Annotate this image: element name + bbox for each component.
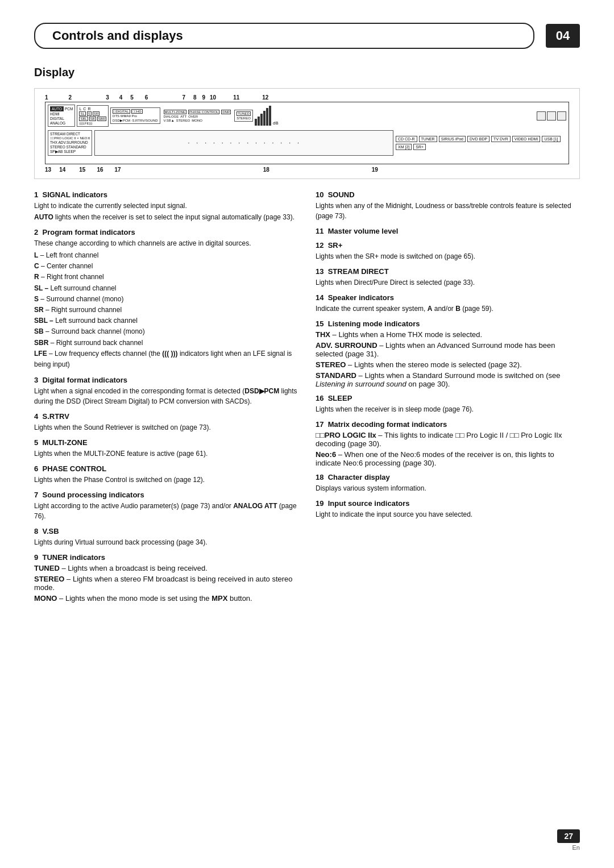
prog-SR: SR — [93, 111, 99, 116]
sp-ab-row: SP▶AB SLEEP — [50, 149, 90, 154]
prog-row2: SL S SR — [79, 111, 106, 116]
tuned-term: TUNED — [34, 564, 60, 572]
prog-row1: L C R — [79, 107, 106, 111]
entry-4-num: 4 — [34, 412, 38, 421]
prog-SR-item: SR – Right surround channel — [34, 305, 298, 315]
entry-4: 4 S.RTRV Lights when the Sound Retriever… — [34, 412, 298, 433]
page-language: En — [572, 844, 580, 851]
entry-18-num: 18 — [316, 473, 323, 481]
char-display-text: · · · · · · · · · · · · · · — [187, 140, 301, 146]
hdmi-label: HDMI — [50, 112, 60, 116]
mpx-label: MPX — [211, 594, 227, 603]
entry-1: 1 SIGNAL indicators Light to indicate th… — [34, 190, 298, 222]
entry-1-body: Light to indicate the currently selected… — [34, 201, 298, 211]
entry-6-body: Lights when the Phase Control is switche… — [34, 475, 298, 485]
signal-row3: DIGITAL — [50, 117, 73, 121]
entry-1-title: 1 SIGNAL indicators — [34, 190, 298, 199]
entry-6-num: 6 — [34, 464, 38, 473]
vol-bar-2 — [258, 117, 260, 126]
stream-block: STREAM DIRECT □□PRO LOGIC II × NEO:6 THX… — [48, 130, 92, 156]
src-sq-3 — [557, 111, 566, 121]
src-cd: CD CD-R — [396, 136, 417, 142]
standard-page: on page 30). — [406, 380, 450, 388]
sp-ab-ind: SP▶AB SLEEP — [50, 149, 76, 154]
prog-L: L — [79, 107, 81, 111]
zone-row2: DIALOGE ATT OVER — [164, 115, 231, 118]
diag-num-13: 13 — [45, 167, 51, 173]
entry-15-title: 15 Listening mode indicators — [316, 319, 580, 328]
tuned-desc: – Lights when a broadcast is being recei… — [60, 564, 208, 572]
att-ind: ATT — [180, 115, 186, 118]
entry-15-num: 15 — [316, 319, 323, 328]
prog-SBR: SBR — [97, 117, 106, 121]
zone-phase-block: MULTI-ZONE PHASE CONTROL DNR DIALOGE ATT… — [162, 109, 233, 123]
content-columns: 1 SIGNAL indicators Light to indicate th… — [34, 190, 580, 608]
entry-9-title: 9 TUNER indicators — [34, 553, 298, 562]
phase-ctrl-ind: PHASE CONTROL — [188, 110, 219, 114]
dig-digital: □DIGITAL — [113, 109, 130, 114]
prog-R-item: R – Right front channel — [34, 272, 298, 283]
adv-term: ADV. SURROUND — [316, 341, 377, 350]
entry-19-num: 19 — [316, 499, 323, 508]
vol-bar-1 — [255, 119, 257, 126]
tuner-stereo-desc: – Lights when a stereo FM broadcast is b… — [34, 575, 293, 592]
src-sr: SR+ — [413, 144, 426, 150]
entry-19-body: Light to indicate the input source you h… — [316, 509, 580, 520]
entry-1-num: 1 — [34, 190, 38, 199]
entry-5-title: 5 MULTI-ZONE — [34, 438, 298, 447]
entry-17-label: Matrix decoding format indicators — [328, 420, 447, 429]
entry-7: 7 Sound processing indicators Light acco… — [34, 491, 298, 521]
src-sirius: SIRIUS iPod — [439, 136, 466, 142]
entry-1-label: SIGNAL indicators — [42, 190, 107, 199]
stereo-listen-term: STEREO — [316, 360, 346, 369]
entry-14-num: 14 — [316, 293, 323, 302]
diag-num-10: 10 — [210, 94, 216, 101]
entry-18-body: Displays various system information. — [316, 483, 580, 493]
entry-8-title: 8 V.SB — [34, 527, 298, 535]
signal-row1: AUTO PCM — [50, 106, 73, 111]
signal-block: AUTO PCM HDMI DIGITAL ANALOG — [48, 105, 75, 127]
prog-C-item: C – Center channel — [34, 261, 298, 272]
diagram-numbers-top: 1 2 3 4 5 6 7 8 9 10 11 12 — [40, 94, 574, 102]
entry-13-num: 13 — [316, 267, 323, 276]
matrix-prologic: □□PRO LOGIC IIx – This lights to indicat… — [316, 431, 580, 448]
entry-12-title: 12 SR+ — [316, 241, 580, 250]
diag-num-3: 3 — [106, 94, 109, 101]
entry-10-label: SOUND — [328, 190, 355, 199]
thx-desc: – Lights when a Home THX mode is selecte… — [330, 330, 482, 339]
display-row-1: AUTO PCM HDMI DIGITAL ANALOG — [48, 105, 566, 127]
src-sq-1 — [537, 111, 546, 121]
listen-adv: ADV. SURROUND – Lights when an Advanced … — [316, 341, 580, 358]
diag-num-18: 18 — [263, 167, 269, 173]
dialog-ind: DIALOGE — [164, 115, 179, 118]
diag-num-7: 7 — [182, 94, 185, 101]
src-dvd: DVD BDP — [467, 136, 489, 142]
prologic-term: □□PRO LOGIC IIx — [316, 431, 376, 439]
entry-16-label: SLEEP — [328, 394, 352, 402]
entry-11-num: 11 — [316, 227, 323, 235]
entry-11-label: Master volume level — [328, 227, 399, 235]
over-ind: OVER — [188, 115, 198, 118]
input-source-block — [537, 111, 566, 121]
program-block: L C R SL S SR SBL SB SBR (((LFE))) — [77, 105, 109, 127]
stereo-standard-row: STEREO STANDARD — [50, 145, 90, 149]
entry-4-label: S.RTRV — [42, 412, 69, 421]
entry-8: 8 V.SB Lights during Virtual surround ba… — [34, 527, 298, 547]
analog-label: ANALOG — [50, 121, 65, 125]
listen-standard: STANDARD – Lights when a Standard Surrou… — [316, 371, 580, 388]
entry-14-title: 14 Speaker indicators — [316, 293, 580, 302]
entry-13: 13 STREAM DIRECT Lights when Direct/Pure… — [316, 267, 580, 288]
diag-num-17: 17 — [115, 167, 121, 173]
diag-num-8: 8 — [193, 94, 197, 101]
stream-direct-ind: STREAM DIRECT — [50, 132, 90, 136]
entry-15: 15 Listening mode indicators THX – Light… — [316, 319, 580, 388]
entry-5-num: 5 — [34, 438, 38, 447]
entry-2-list: L – Left front channel C – Center channe… — [34, 250, 298, 370]
thx-term: THX — [316, 330, 330, 339]
entry-8-body: Lights during Virtual surround back proc… — [34, 537, 298, 547]
db-label: dB — [273, 121, 279, 126]
entry-18: 18 Character display Displays various sy… — [316, 473, 580, 493]
tuner-stereo: STEREO – Lights when a stereo FM broadca… — [34, 575, 298, 592]
entry-14-label: Speaker indicators — [328, 293, 394, 302]
tuner-mono-desc: – Lights when the mono mode is set using… — [57, 594, 211, 603]
